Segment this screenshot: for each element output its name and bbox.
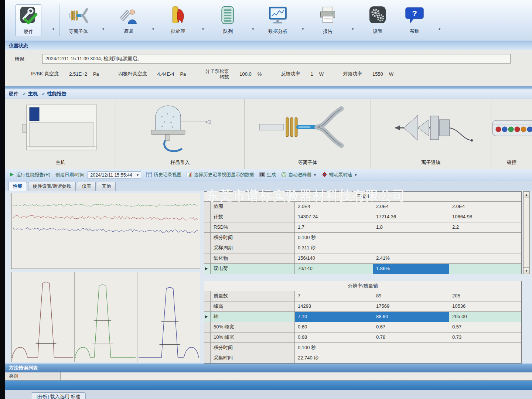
- table-row[interactable]: 质量数789205: [204, 291, 521, 301]
- toolbar-button-4[interactable]: 批处理: [165, 4, 191, 35]
- table-cell[interactable]: 2.0E4: [449, 202, 521, 212]
- table-cell[interactable]: 205: [449, 291, 521, 301]
- scroll-down-icon[interactable]: ▼: [524, 267, 529, 274]
- table-cell[interactable]: 205.00: [449, 312, 521, 322]
- table-row[interactable]: 积分时间0.100 秒: [204, 232, 521, 243]
- tab-4[interactable]: 其他: [97, 182, 116, 191]
- table-row[interactable]: 峰高142931756910536: [204, 301, 521, 311]
- table-cell[interactable]: 0.78: [373, 332, 449, 342]
- table-row[interactable]: 10% 峰宽0.680.780.73: [204, 332, 521, 342]
- table-cell[interactable]: [449, 264, 521, 274]
- table-row[interactable]: ▶双电荷70/1401.86%: [204, 263, 521, 274]
- table-row[interactable]: 氧化物156/1402.41%: [204, 253, 521, 263]
- toolbar-button-9[interactable]: ?帮助: [402, 4, 427, 35]
- table-cell[interactable]: 0.311 秒: [294, 243, 373, 253]
- chevron-down-icon[interactable]: ▼: [136, 172, 139, 178]
- report-toolbar-item-4[interactable]: 自动进样器▼: [281, 172, 317, 178]
- table-cell[interactable]: 0.73: [449, 332, 521, 342]
- toolbar-button-8[interactable]: 设置: [365, 4, 391, 35]
- chevron-down-icon[interactable]: ▾: [252, 27, 254, 31]
- table-cell[interactable]: 2.0E4: [373, 202, 449, 212]
- toolbar-button-7[interactable]: 报告: [315, 4, 341, 35]
- table-row[interactable]: RSD%1.71.82.2: [204, 222, 521, 232]
- table-cell[interactable]: [373, 233, 449, 243]
- table-cell[interactable]: 0.100 秒: [294, 233, 373, 243]
- scroll-up-icon[interactable]: ▲: [524, 192, 529, 198]
- table-cell[interactable]: [449, 253, 521, 263]
- table-cell[interactable]: 0.67: [373, 322, 449, 332]
- toolbar-button-6[interactable]: 数据分析: [265, 4, 291, 35]
- created-datetime-field[interactable]: 2024/12/11 15:55:44▼: [88, 171, 141, 179]
- table-cell[interactable]: [449, 343, 521, 353]
- table-cell[interactable]: [373, 243, 449, 253]
- table-cell[interactable]: 70/140: [294, 264, 373, 274]
- report-toolbar-item-3[interactable]: 生成: [259, 172, 276, 178]
- table-cell[interactable]: 156/140: [294, 253, 373, 263]
- breadcrumb-item-3[interactable]: 性能报告: [47, 91, 66, 96]
- table-cell[interactable]: 14307.24: [294, 212, 373, 222]
- table-cell[interactable]: 17214.36: [373, 212, 449, 222]
- table-cell[interactable]: 7.10: [294, 312, 373, 322]
- report-toolbar-item-2[interactable]: 选择历史记录视图显示的数据: [187, 172, 254, 178]
- diagram-stage-5[interactable]: 碰撞: [491, 99, 532, 169]
- chevron-down-icon[interactable]: ▾: [202, 27, 204, 31]
- table-cell[interactable]: 0.57: [449, 322, 521, 332]
- diagram-stage-3[interactable]: 等离子体: [245, 99, 371, 169]
- method-error-list-body[interactable]: [5, 381, 532, 390]
- toolbar-button-1[interactable]: 硬件: [16, 4, 41, 36]
- table-cell[interactable]: [449, 233, 521, 243]
- chevron-down-icon[interactable]: ▼: [354, 173, 357, 177]
- table-cell[interactable]: [449, 353, 521, 363]
- chevron-down-icon[interactable]: ▼: [313, 173, 317, 177]
- table-cell[interactable]: 1.86%: [373, 264, 449, 274]
- chevron-down-icon[interactable]: ▾: [302, 27, 304, 31]
- table-cell[interactable]: [373, 343, 449, 353]
- table-cell[interactable]: 0.68: [294, 332, 373, 342]
- diagram-stage-2[interactable]: 样品引入: [116, 99, 245, 169]
- table-cell[interactable]: 89: [373, 291, 449, 301]
- chevron-down-icon[interactable]: ▾: [102, 27, 104, 31]
- toolbar-button-2[interactable]: 等离子体: [65, 4, 91, 35]
- table-cell[interactable]: 88.90: [373, 312, 449, 322]
- toolbar-button-5[interactable]: 队列: [215, 4, 241, 35]
- table-cell[interactable]: [449, 243, 521, 253]
- table-scrollbar[interactable]: ▲ ▼: [523, 191, 530, 274]
- table-cell[interactable]: 2.41%: [373, 253, 449, 263]
- table-row[interactable]: 积分时间0.100 秒: [204, 342, 521, 353]
- tab-1[interactable]: 性能: [8, 182, 27, 191]
- run-performance-report-button[interactable]: 运行性能报告(R): [9, 172, 50, 178]
- chevron-down-icon[interactable]: ▾: [439, 27, 440, 31]
- breadcrumb-item-1[interactable]: 硬件: [9, 91, 18, 96]
- tab-2[interactable]: 硬件设置/调谐参数: [28, 182, 76, 191]
- diagram-stage-4[interactable]: 离子透镜: [371, 99, 491, 169]
- table-cell[interactable]: [373, 353, 449, 363]
- breadcrumb-item-2[interactable]: 主机: [28, 91, 38, 96]
- tab-3[interactable]: 仪表: [77, 182, 96, 191]
- table-cell[interactable]: 10664.98: [449, 212, 521, 222]
- chevron-down-icon[interactable]: ▾: [52, 27, 54, 31]
- table-cell[interactable]: 1.8: [373, 222, 449, 232]
- table-row[interactable]: 采集时间22.740 秒: [204, 353, 521, 363]
- table-row[interactable]: 采样周期0.311 秒: [204, 243, 521, 253]
- chevron-down-icon[interactable]: ▾: [352, 27, 354, 31]
- table-cell[interactable]: 0.100 秒: [294, 343, 373, 353]
- toolbar-button-3[interactable]: 调谐: [115, 4, 141, 35]
- report-toolbar-item-1[interactable]: 历史记录视图: [146, 172, 181, 178]
- category-column-header[interactable]: 类别: [5, 372, 61, 380]
- table-cell[interactable]: 10536: [449, 301, 521, 311]
- table-row[interactable]: 50% 峰宽0.600.670.57: [204, 322, 521, 332]
- table-cell[interactable]: 7: [294, 291, 373, 301]
- table-row[interactable]: ▶轴7.1088.90205.00: [204, 311, 521, 322]
- table-cell[interactable]: 2.0E4: [294, 202, 373, 212]
- chevron-down-icon[interactable]: ▾: [152, 27, 154, 31]
- table-cell[interactable]: 22.740 秒: [294, 353, 373, 363]
- table-cell[interactable]: 1.7: [294, 222, 373, 232]
- diagram-stage-1[interactable]: 主机: [5, 99, 116, 169]
- report-toolbar-item-5[interactable]: 蠕动泵转速▼: [322, 172, 357, 178]
- analysis-status-tab[interactable]: [分析] 载入选用 标准: [31, 392, 86, 399]
- table-row[interactable]: 范围2.0E42.0E42.0E4: [204, 201, 521, 212]
- table-cell[interactable]: 14293: [294, 301, 373, 311]
- table-cell[interactable]: 2.2: [449, 222, 521, 232]
- table-cell[interactable]: 17569: [373, 301, 449, 311]
- table-cell[interactable]: 0.60: [294, 322, 373, 332]
